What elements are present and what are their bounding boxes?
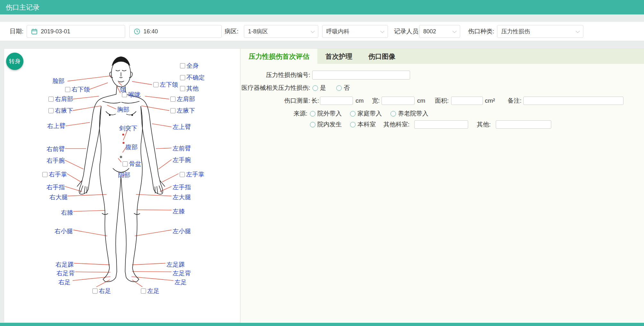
body-part-label[interactable]: 左前臂 bbox=[173, 145, 191, 152]
body-part-text: 腹部 bbox=[125, 144, 138, 151]
checkbox-icon[interactable] bbox=[170, 97, 176, 102]
body-part-label[interactable]: 脸部 bbox=[52, 78, 64, 85]
body-part-label[interactable]: 左小腿 bbox=[173, 228, 191, 235]
body-part-label[interactable]: 左上臂 bbox=[173, 124, 191, 131]
body-part-text: 脸部 bbox=[52, 78, 64, 85]
length-input[interactable] bbox=[320, 97, 353, 105]
source-this-dept-radio[interactable]: 本科室 bbox=[350, 120, 376, 129]
body-part-label[interactable]: 右足踝 bbox=[56, 261, 74, 268]
body-part-label[interactable]: 右小腿 bbox=[55, 228, 73, 235]
body-part-checkbox-item[interactable]: 右肩部 bbox=[48, 96, 73, 103]
area-input[interactable] bbox=[451, 97, 483, 105]
tab-3[interactable]: 伤口图像 bbox=[360, 49, 403, 64]
recorder-select[interactable]: 8002 bbox=[419, 25, 460, 38]
body-part-text: 左肩部 bbox=[177, 96, 195, 103]
body-part-label[interactable]: 右足背 bbox=[56, 270, 75, 277]
device-related-no-radio[interactable]: 否 bbox=[336, 83, 350, 93]
other-input[interactable] bbox=[496, 120, 551, 129]
body-part-text: 左手掌 bbox=[186, 171, 204, 178]
checkbox-icon[interactable] bbox=[92, 288, 98, 294]
wound-type-select[interactable]: 压力性损伤 bbox=[497, 25, 583, 38]
device-related-yes-radio[interactable]: 是 bbox=[313, 83, 326, 93]
body-part-label[interactable]: 左手指 bbox=[173, 184, 191, 191]
other-dept-input[interactable] bbox=[414, 120, 468, 129]
body-part-label[interactable]: 左膝 bbox=[173, 208, 185, 215]
other-dept-label: 其他科室: bbox=[383, 120, 409, 129]
checkbox-icon[interactable] bbox=[48, 97, 54, 102]
body-part-label[interactable]: 右足 bbox=[58, 279, 71, 286]
measure-label: 伤口测量: bbox=[241, 96, 310, 106]
checkbox-icon[interactable] bbox=[180, 75, 185, 80]
body-part-label[interactable]: 右手指 bbox=[47, 184, 65, 191]
wound-id-input[interactable] bbox=[312, 71, 410, 80]
body-part-text: 右腋下 bbox=[55, 107, 73, 114]
body-part-label[interactable]: 左足 bbox=[175, 279, 187, 286]
body-part-checkbox-item[interactable]: 右足 bbox=[92, 287, 111, 295]
checkbox-icon[interactable] bbox=[170, 108, 176, 113]
body-part-checkbox-item[interactable]: 全身 bbox=[180, 62, 199, 69]
body-part-label[interactable]: 左足踝 bbox=[167, 261, 185, 268]
body-part-checkbox-item[interactable]: 右下颌 bbox=[65, 86, 90, 93]
source-family-radio[interactable]: 家庭带入 bbox=[350, 109, 382, 118]
body-part-label[interactable]: 颌 bbox=[120, 86, 126, 93]
body-part-label[interactable]: 右手腕 bbox=[47, 157, 65, 164]
tab-2[interactable]: 首次护理 bbox=[317, 49, 360, 64]
checkbox-icon[interactable] bbox=[48, 108, 54, 113]
body-part-label[interactable]: 左足背 bbox=[173, 270, 191, 277]
body-part-text: 颌 bbox=[120, 86, 126, 93]
body-part-label[interactable]: 右大腿 bbox=[49, 194, 68, 201]
body-part-label[interactable]: 剑突下 bbox=[119, 125, 137, 132]
calendar-icon bbox=[31, 28, 38, 35]
body-part-text: 右上臂 bbox=[47, 123, 65, 130]
checkbox-icon[interactable] bbox=[180, 86, 185, 91]
body-part-checkbox-item[interactable]: 左足 bbox=[141, 287, 159, 295]
radio-icon bbox=[310, 111, 315, 116]
body-part-checkbox-item[interactable]: 其他 bbox=[180, 85, 199, 92]
ward-select[interactable]: 1-8病区 bbox=[244, 25, 318, 38]
checkbox-icon[interactable] bbox=[123, 161, 128, 167]
body-part-text: 右前臂 bbox=[47, 146, 65, 153]
body-part-checkbox-item[interactable]: 左手掌 bbox=[180, 171, 204, 178]
body-part-label[interactable]: 腹部 bbox=[125, 144, 138, 151]
body-part-text: 左上臂 bbox=[173, 124, 191, 131]
tab-1[interactable]: 压力性损伤首次评估 bbox=[241, 49, 317, 64]
area-unit: cm² bbox=[485, 96, 495, 106]
body-part-checkbox-item[interactable]: 左腋下 bbox=[170, 107, 195, 114]
body-part-label[interactable]: 右膝 bbox=[61, 209, 73, 216]
body-part-text: 阴部 bbox=[118, 172, 130, 179]
app-root: 伤口主记录 日期: 2019-03-01 16:40 病区: 1-8病区 bbox=[0, 0, 644, 326]
turn-body-button[interactable]: 转身 bbox=[6, 53, 23, 70]
checkbox-icon[interactable] bbox=[180, 172, 185, 177]
body-part-checkbox-item[interactable]: 右手掌 bbox=[42, 171, 67, 178]
time-input[interactable]: 16:40 bbox=[129, 25, 222, 38]
remark-input[interactable] bbox=[523, 97, 623, 105]
radio-icon bbox=[350, 122, 356, 127]
body-part-checkbox-item[interactable]: 左下颌 bbox=[153, 81, 178, 88]
body-part-label[interactable]: 右前臂 bbox=[47, 146, 65, 153]
body-part-label[interactable]: 右上臂 bbox=[47, 123, 65, 130]
checkbox-icon[interactable] bbox=[42, 172, 47, 177]
checkbox-icon[interactable] bbox=[65, 87, 70, 92]
source-in-hospital-radio[interactable]: 院内发生 bbox=[310, 120, 342, 129]
body-part-checkbox-item[interactable]: 左肩部 bbox=[170, 96, 195, 103]
body-part-label[interactable]: 左大腿 bbox=[173, 194, 191, 201]
recorder-label: 记录人员: bbox=[394, 22, 420, 41]
checkbox-icon[interactable] bbox=[153, 82, 159, 87]
body-part-text: 左下颌 bbox=[160, 81, 178, 88]
body-part-checkbox-item[interactable]: 骨盆 bbox=[123, 160, 141, 167]
source-outside-radio[interactable]: 院外带入 bbox=[310, 109, 342, 118]
body-part-checkbox-item[interactable]: 不确定 bbox=[180, 74, 205, 81]
body-part-label[interactable]: 阴部 bbox=[118, 172, 130, 179]
body-part-checkbox-item[interactable]: 右腋下 bbox=[48, 107, 73, 114]
checkbox-icon[interactable] bbox=[141, 288, 146, 294]
source-label: 来源: bbox=[241, 109, 307, 118]
source-nursing-home-radio[interactable]: 养老院带入 bbox=[391, 109, 428, 118]
body-part-text: 右手掌 bbox=[49, 171, 67, 178]
body-part-label[interactable]: 胸部 bbox=[117, 106, 129, 113]
date-input[interactable]: 2019-03-01 bbox=[27, 25, 125, 38]
area-label: 面积: bbox=[435, 96, 449, 106]
width-input[interactable] bbox=[382, 97, 415, 105]
checkbox-icon[interactable] bbox=[180, 63, 185, 68]
body-part-label[interactable]: 左手腕 bbox=[173, 157, 191, 164]
dept-select[interactable]: 呼吸内科 bbox=[322, 25, 388, 38]
